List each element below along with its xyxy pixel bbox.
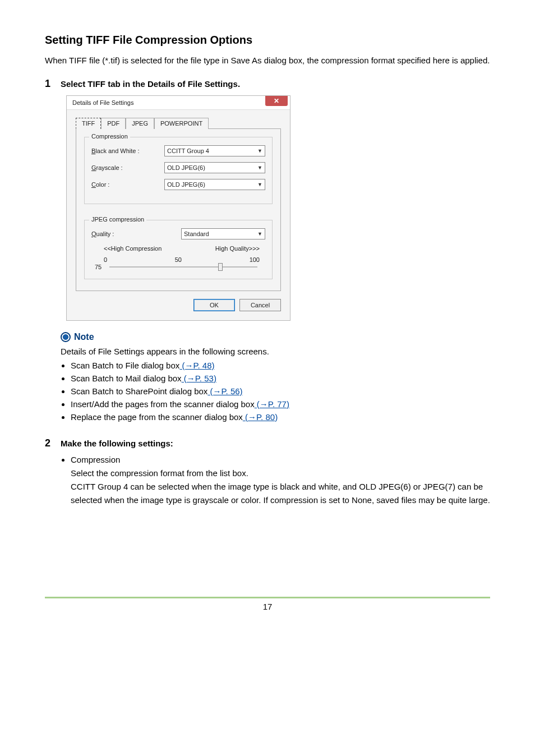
- note-list: Scan Batch to File dialog box (→P. 48) S…: [71, 361, 490, 422]
- dropdown-arrow-icon: ▼: [257, 182, 262, 187]
- page-number: 17: [0, 602, 535, 623]
- gs-select-value: OLD JPEG(6): [167, 164, 205, 171]
- list-item: Insert/Add the pages from the scanner di…: [71, 399, 490, 409]
- group-compression-legend: Compression: [89, 133, 130, 140]
- page-link[interactable]: (→P. 53): [182, 374, 216, 383]
- ok-button[interactable]: OK: [193, 299, 235, 311]
- list-item: Scan Batch to Mail dialog box (→P. 53): [71, 374, 490, 383]
- note-label: Note: [74, 332, 94, 342]
- group-jpeg-legend: JPEG compression: [89, 216, 146, 223]
- step-2-title: Make the following settings:: [61, 437, 173, 448]
- slider-value: 75: [95, 264, 107, 270]
- color-select[interactable]: OLD JPEG(6)▼: [164, 179, 265, 190]
- close-button[interactable]: ✕: [265, 96, 288, 106]
- quality-label: Quality :: [91, 231, 164, 237]
- dropdown-arrow-icon: ▼: [257, 231, 262, 237]
- gs-select[interactable]: OLD JPEG(6)▼: [164, 162, 265, 173]
- quality-slider[interactable]: [109, 266, 257, 268]
- bw-select[interactable]: CCITT Group 4▼: [164, 145, 265, 156]
- page-link[interactable]: (→P. 77): [255, 399, 289, 409]
- dropdown-arrow-icon: ▼: [257, 165, 262, 170]
- tab-tiff[interactable]: TIFF: [76, 118, 101, 129]
- list-item: Replace the page from the scanner dialog…: [71, 412, 490, 422]
- close-icon: ✕: [274, 97, 279, 105]
- gs-label: Grayscale :: [91, 164, 164, 171]
- scale-100: 100: [250, 256, 260, 263]
- page-link[interactable]: (→P. 48): [179, 361, 214, 370]
- bw-select-value: CCITT Group 4: [167, 147, 209, 154]
- step-1-title: Select TIFF tab in the Details of File S…: [61, 78, 240, 89]
- bw-label: Black and White :: [91, 147, 164, 154]
- tab-pdf[interactable]: PDF: [101, 118, 126, 129]
- slider-thumb[interactable]: [218, 263, 223, 271]
- compression-desc-1: Select the compression format from the l…: [71, 467, 490, 480]
- step-2-number: 2: [45, 437, 61, 449]
- note-icon: [61, 332, 71, 342]
- scale-0: 0: [104, 256, 107, 263]
- page-heading: Setting TIFF File Compression Options: [45, 34, 490, 47]
- cancel-button[interactable]: Cancel: [239, 299, 281, 311]
- step-1-number: 1: [45, 78, 61, 90]
- scale-50: 50: [175, 256, 182, 263]
- compression-desc-2: CCITT Group 4 can be selected when the i…: [71, 480, 490, 507]
- tab-powerpoint[interactable]: POWERPOINT: [154, 118, 209, 129]
- hint-high-compression: <<High Compression: [104, 245, 162, 252]
- hint-high-quality: High Quality>>>: [215, 245, 260, 252]
- note-text: Details of File Settings appears in the …: [61, 347, 490, 356]
- compression-bullet: Compression: [71, 455, 490, 464]
- list-item: Scan Batch to SharePoint dialog box (→P.…: [71, 386, 490, 396]
- footer-divider: [45, 597, 490, 598]
- quality-select[interactable]: Standard▼: [181, 228, 265, 239]
- tab-jpeg[interactable]: JPEG: [126, 118, 154, 129]
- page-link[interactable]: (→P. 56): [207, 386, 242, 396]
- list-item: Scan Batch to File dialog box (→P. 48): [71, 361, 490, 370]
- intro-paragraph: When TIFF file (*.tif) is selected for t…: [45, 53, 490, 68]
- color-select-value: OLD JPEG(6): [167, 181, 205, 188]
- dialog-title: Details of File Settings: [72, 99, 133, 106]
- dropdown-arrow-icon: ▼: [257, 148, 262, 154]
- dialog-details-file-settings: Details of File Settings ✕ TIFF PDF JPEG…: [66, 95, 290, 321]
- page-link[interactable]: (→P. 80): [243, 412, 278, 422]
- color-label: Color :: [91, 181, 164, 188]
- quality-select-value: Standard: [184, 231, 209, 237]
